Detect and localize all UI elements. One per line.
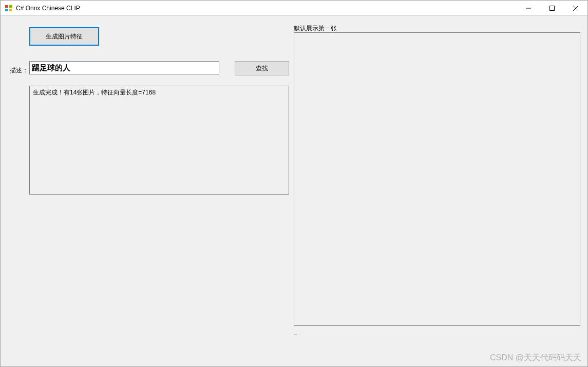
description-label: 描述： — [10, 66, 28, 75]
description-input[interactable] — [29, 61, 219, 74]
generate-features-button[interactable]: 生成图片特征 — [29, 27, 99, 46]
window-controls — [517, 1, 587, 16]
client-area: 生成图片特征 描述： 查找 生成完成！有14张图片，特征向量长度=7168 默认… — [1, 16, 587, 366]
titlebar[interactable]: C# Onnx Chinese CLIP — [1, 1, 587, 16]
svg-rect-5 — [550, 6, 555, 11]
minimize-button[interactable] — [517, 1, 540, 16]
svg-rect-0 — [5, 5, 8, 8]
maximize-button[interactable] — [540, 1, 564, 16]
close-button[interactable] — [564, 1, 587, 16]
svg-rect-2 — [5, 9, 8, 11]
app-icon — [5, 4, 13, 12]
window-title: C# Onnx Chinese CLIP — [16, 5, 80, 12]
svg-rect-1 — [9, 5, 12, 8]
search-button[interactable]: 查找 — [235, 61, 289, 75]
image-preview-box — [294, 32, 580, 326]
log-textbox[interactable]: 生成完成！有14张图片，特征向量长度=7168 — [29, 86, 289, 195]
preview-label: 默认展示第一张 — [294, 24, 337, 33]
log-line: 生成完成！有14张图片，特征向量长度=7168 — [33, 89, 156, 96]
svg-rect-3 — [9, 9, 12, 11]
preview-dash: _ — [294, 328, 297, 335]
app-window: C# Onnx Chinese CLIP 生成图片特征 描述： 查找 生成完成！… — [0, 0, 588, 367]
watermark: CSDN @天天代码码天天 — [490, 353, 581, 363]
